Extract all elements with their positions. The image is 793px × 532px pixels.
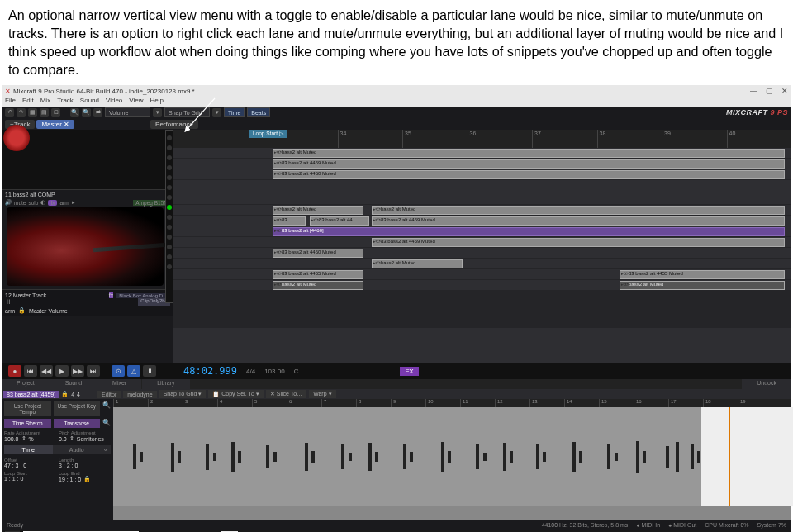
- clip[interactable]: bass2 alt Muted: [273, 149, 785, 158]
- tool-button[interactable]: ▦: [28, 108, 37, 117]
- clip[interactable]: 83 bass2 alt 4459 Muted: [372, 238, 785, 247]
- clip[interactable]: 83 bass2 alt 4460 Muted: [273, 170, 785, 179]
- master-tab[interactable]: Master ✕: [36, 120, 74, 129]
- lane-toggle-strip[interactable]: [165, 130, 173, 303]
- undo-button[interactable]: ↶: [5, 108, 14, 117]
- menu-view[interactable]: View: [129, 97, 143, 107]
- beats-mode-button[interactable]: Beats: [247, 107, 270, 117]
- clip-active[interactable]: 83 bass2 alt [4460]: [273, 227, 785, 236]
- clip[interactable]: 83 bass2 alt 4460 Muted: [273, 249, 363, 258]
- solo-button[interactable]: solo: [28, 200, 38, 206]
- preset-1[interactable]: Black Box Analog D…: [116, 293, 170, 298]
- clip[interactable]: 83 bass2 alt 44…: [310, 216, 369, 226]
- redo-button[interactable]: ↷: [17, 108, 26, 117]
- clip[interactable]: bass2 alt Muted: [273, 206, 363, 215]
- warp-dropdown[interactable]: Warp ▾: [309, 390, 335, 398]
- skip-end-button[interactable]: ⏭: [87, 365, 100, 377]
- mute-button[interactable]: mute: [14, 200, 26, 206]
- link-button[interactable]: ⇄: [93, 108, 102, 117]
- lock-icon[interactable]: 🔒: [61, 391, 69, 397]
- close-button[interactable]: ✕: [781, 87, 788, 95]
- snap-dropdown[interactable]: Snap To Grid: [164, 107, 210, 117]
- loop-button[interactable]: ⊙: [112, 365, 125, 377]
- key-display[interactable]: C: [294, 368, 299, 375]
- bpm-display[interactable]: 103.00: [264, 368, 284, 375]
- collapse-icon[interactable]: «: [101, 445, 111, 454]
- audio-tab[interactable]: Audio: [53, 445, 102, 454]
- copy-sel-dropdown[interactable]: 📋 Copy Sel. To ▾: [208, 390, 263, 398]
- clip[interactable]: 83 bass2 alt 4455 Muted: [620, 270, 785, 279]
- menu-help[interactable]: Help: [150, 97, 164, 107]
- clip[interactable]: bass2 alt Muted: [273, 281, 363, 290]
- menu-video[interactable]: Video: [106, 97, 122, 107]
- waveform-editor[interactable]: 12345678910111213141516171819: [113, 399, 791, 520]
- zoom-tool-2[interactable]: 🔍: [82, 108, 91, 117]
- wave-ruler[interactable]: 12345678910111213141516171819: [113, 399, 791, 407]
- transpose-button[interactable]: Transpose: [54, 419, 101, 428]
- play-button[interactable]: ▶: [55, 365, 69, 377]
- use-project-tempo-button[interactable]: Use Project Tempo: [4, 401, 51, 416]
- clip[interactable]: 83…: [273, 216, 306, 226]
- lock-icon[interactable]: 🔒: [18, 307, 26, 314]
- clip[interactable]: bass2 alt Muted: [372, 259, 463, 268]
- menu-track[interactable]: Track: [57, 97, 74, 107]
- melodyne-button[interactable]: melodyne: [123, 391, 156, 398]
- arm-button[interactable]: arm: [5, 308, 15, 314]
- volume-dropdown[interactable]: Volume: [105, 107, 150, 117]
- dropdown-icon[interactable]: ▾: [212, 108, 221, 117]
- timeline[interactable]: Loop Start ▷ 3334 3536 3738 3940 bass2 a…: [173, 130, 791, 363]
- timecode-display[interactable]: 48:02.999: [183, 365, 237, 377]
- fx-button[interactable]: fx: [109, 292, 113, 298]
- zoom-icon[interactable]: 🔍: [102, 401, 111, 416]
- tool-button-3[interactable]: ⊡: [51, 108, 60, 117]
- volume-icon[interactable]: 🔊: [5, 199, 12, 206]
- rewind-button[interactable]: ◀◀: [40, 365, 53, 377]
- fx-master-button[interactable]: FX: [400, 367, 418, 376]
- playhead-cursor[interactable]: [729, 407, 730, 506]
- expand-icon[interactable]: ▸: [72, 199, 75, 206]
- tool-button-2[interactable]: ▤: [40, 108, 49, 117]
- library-tab[interactable]: Library: [142, 379, 189, 389]
- zoom-icon[interactable]: 🔍: [102, 419, 111, 428]
- project-tab[interactable]: Project: [2, 379, 50, 389]
- loop-start-marker[interactable]: Loop Start ▷: [249, 130, 287, 138]
- fx-button[interactable]: fx: [48, 200, 57, 206]
- slice-dropdown[interactable]: ✕ Slice To…: [266, 390, 306, 398]
- record-button[interactable]: ●: [8, 365, 21, 377]
- dropdown-icon[interactable]: ▾: [153, 108, 162, 117]
- skip-start-button[interactable]: ⏮: [24, 365, 37, 377]
- time-mode-button[interactable]: Time: [224, 107, 245, 117]
- zoom-tool[interactable]: 🔍: [70, 108, 79, 117]
- pause-button[interactable]: ⏸: [143, 365, 156, 377]
- waveform-display[interactable]: [113, 407, 791, 506]
- maximize-button[interactable]: ▢: [766, 87, 773, 95]
- undock-button[interactable]: Undock: [742, 379, 791, 389]
- metronome-button[interactable]: △: [127, 365, 140, 377]
- selection-region[interactable]: [701, 407, 793, 506]
- menu-mix[interactable]: Mix: [40, 97, 50, 107]
- pan-icon[interactable]: ◐: [40, 199, 45, 206]
- track-12-header[interactable]: 12 Master Track fx Black Box Analog D… ⫼…: [2, 289, 173, 316]
- minimize-button[interactable]: —: [750, 87, 757, 95]
- track-11-header[interactable]: 11 bass2 alt COMP 🔊 mute solo ◐ fx arm ▸…: [2, 189, 173, 289]
- time-stretch-button[interactable]: Time Stretch: [4, 419, 51, 428]
- menu-edit[interactable]: Edit: [22, 97, 34, 107]
- timeline-ruler[interactable]: Loop Start ▷ 3334 3536 3738 3940: [173, 130, 791, 148]
- forward-button[interactable]: ▶▶: [71, 365, 84, 377]
- use-project-key-button[interactable]: Use Project Key: [54, 401, 101, 416]
- arm-button[interactable]: arm: [59, 200, 69, 206]
- sound-tab[interactable]: Sound: [50, 379, 97, 389]
- sliders-icon[interactable]: ⫼: [5, 298, 12, 306]
- snap-dropdown[interactable]: Snap To Grid ▾: [159, 390, 207, 398]
- time-tab[interactable]: Time: [4, 445, 53, 454]
- clip[interactable]: 83 bass2 alt 4459 Muted: [273, 159, 785, 169]
- clip[interactable]: 83 bass2 alt 4455 Muted: [273, 270, 363, 279]
- clip[interactable]: 83 bass2 alt 4459 Muted: [372, 216, 785, 226]
- clip[interactable]: bass2 alt Muted: [372, 206, 785, 215]
- menu-file[interactable]: File: [5, 97, 16, 107]
- mixer-tab[interactable]: Mixer: [97, 379, 141, 389]
- menu-sound[interactable]: Sound: [80, 97, 99, 107]
- performance-tab[interactable]: Performance: [150, 120, 198, 129]
- time-signature[interactable]: 4/4: [246, 368, 255, 375]
- clip[interactable]: bass2 alt Muted: [620, 281, 785, 290]
